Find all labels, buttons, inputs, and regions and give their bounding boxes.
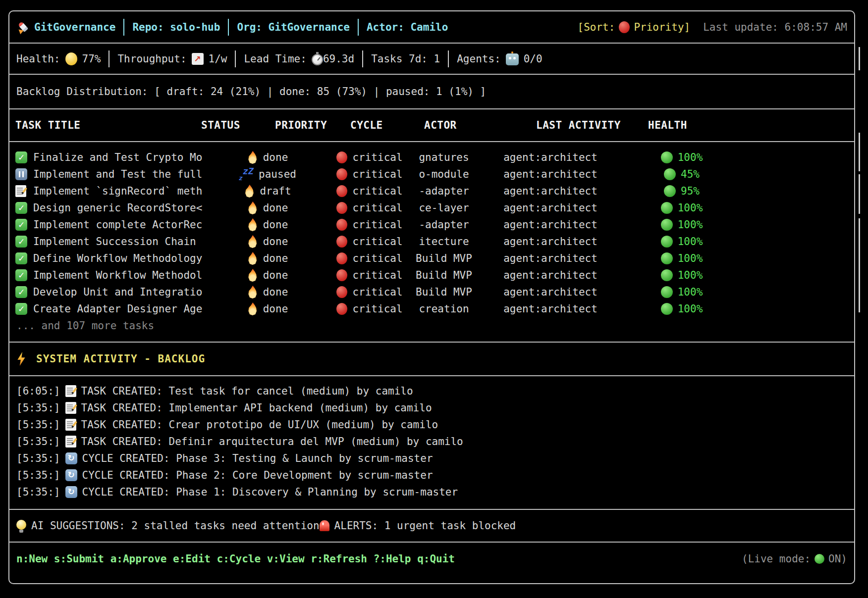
task-status: paused (259, 168, 296, 180)
lightning-icon (16, 352, 26, 366)
table-row[interactable]: Define Workflow Methodology done critica… (15, 250, 847, 267)
table-header: TASK TITLE STATUS PRIORITY CYCLE ACTOR L… (9, 109, 854, 142)
green-circle-icon (661, 269, 673, 281)
task-priority: critical (352, 202, 402, 214)
task-health: 100% (678, 202, 703, 214)
table-row[interactable]: Implement Succession Chain done critical… (15, 233, 847, 250)
task-priority: critical (352, 168, 402, 180)
scrollbar-segment[interactable] (859, 218, 860, 312)
table-row[interactable]: Design generic RecordStore< done critica… (15, 199, 847, 216)
task-status: done (263, 303, 288, 315)
task-title: Define Workflow Methodology (33, 252, 208, 264)
memo-icon (65, 436, 76, 448)
log-time: [5:35:] (16, 486, 60, 498)
col-priority[interactable]: PRIORITY (275, 109, 327, 141)
task-status: done (263, 269, 288, 281)
task-actor: agent:architect (476, 219, 625, 231)
green-circle-icon (661, 219, 673, 231)
fire-icon (247, 235, 258, 248)
task-health: 100% (678, 219, 703, 231)
scrollbar-segment[interactable] (859, 47, 860, 70)
table-row[interactable]: Implement complete ActorRec done critica… (15, 216, 847, 233)
last-update: Last update: 6:08:57 AM (703, 21, 847, 33)
task-cycle: ce-layer (412, 202, 476, 214)
task-actor: agent:architect (476, 269, 625, 281)
log-entry: [5:35:] CYCLE CREATED: Phase 3: Testing … (16, 450, 847, 467)
header-bar: GitGovernance Repo: solo-hub Org: GitGov… (9, 11, 854, 44)
memo-icon (15, 185, 26, 197)
log-time: [5:35:] (16, 402, 60, 414)
task-health: 100% (678, 269, 703, 281)
agents-value: 0/0 (524, 53, 542, 65)
task-cycle: itecture (412, 236, 476, 248)
divider (358, 19, 359, 36)
task-health: 100% (678, 151, 703, 163)
task-actor: agent:architect (476, 185, 625, 197)
alert-siren-icon (320, 520, 329, 531)
ai-suggestions-text: AI SUGGESTIONS: 2 stalled tasks need att… (31, 520, 320, 532)
task-status: draft (260, 185, 291, 197)
keyboard-shortcuts-bar[interactable]: n:New s:Submit a:Approve e:Edit c:Cycle … (9, 543, 854, 575)
table-row[interactable]: Implement `signRecord` meth draft critic… (15, 183, 847, 199)
log-entry: [5:35:] TASK CREATED: Implementar API ba… (16, 399, 847, 416)
task-cycle: Build MVP (412, 252, 476, 264)
task-priority: critical (352, 236, 402, 248)
keybar-shortcuts[interactable]: n:New s:Submit a:Approve e:Edit c:Cycle … (16, 553, 455, 565)
activity-title: SYSTEM ACTIVITY - BACKLOG (36, 353, 205, 365)
col-actor[interactable]: ACTOR (424, 109, 457, 141)
table-row[interactable]: Develop Unit and Integratio done critica… (15, 284, 847, 300)
task-cycle: -adapter (412, 185, 476, 197)
log-text: CYCLE CREATED: Phase 1: Discovery & Plan… (82, 486, 458, 498)
trend-chart-icon (192, 53, 204, 65)
task-status: done (263, 236, 288, 248)
divider (362, 50, 363, 67)
pause-icon (15, 168, 27, 180)
log-time: [5:35:] (16, 436, 60, 448)
app-title: GitGovernance (34, 21, 115, 33)
green-circle-icon (661, 286, 673, 298)
log-time: [5:35:] (16, 452, 60, 464)
task-health: 100% (678, 252, 703, 264)
fire-icon (247, 286, 258, 299)
log-entry: [5:35:] TASK CREATED: Definir arquitectu… (16, 433, 847, 450)
red-circle-icon (336, 252, 347, 264)
col-status[interactable]: STATUS (201, 109, 240, 141)
task-actor: agent:architect (476, 168, 625, 180)
task-cycle: gnatures (412, 151, 476, 163)
col-health[interactable]: HEALTH (648, 109, 687, 141)
task-priority: critical (352, 286, 402, 298)
memo-icon (65, 385, 76, 397)
task-status: done (263, 219, 288, 231)
check-icon (15, 269, 27, 281)
col-last-activity[interactable]: LAST ACTIVITY (536, 109, 621, 141)
scrollbar-segment[interactable] (859, 133, 860, 171)
task-title: Implement Workflow Methodol (33, 269, 208, 281)
red-circle-icon (336, 185, 347, 197)
task-cycle: o-module (412, 168, 476, 180)
table-row[interactable]: Create Adapter Designer Age done critica… (15, 300, 847, 317)
task-cycle: creation (412, 303, 476, 315)
green-circle-icon (814, 554, 824, 564)
red-circle-icon (619, 21, 630, 33)
task-cycle: Build MVP (412, 286, 476, 298)
table-row[interactable]: Implement and Test the full paused criti… (15, 166, 847, 183)
fire-icon (247, 151, 258, 164)
scrollbar-segment[interactable] (859, 174, 860, 214)
alerts-text: ALERTS: 1 urgent task blocked (334, 520, 516, 532)
sort-value[interactable]: Priority] (634, 21, 690, 33)
col-task-title[interactable]: TASK TITLE (15, 109, 80, 141)
lead-time-label: Lead Time: (244, 53, 306, 65)
green-circle-icon (661, 202, 673, 214)
fire-icon (247, 269, 258, 282)
robot-icon (506, 53, 519, 65)
table-row[interactable]: Finalize and Test Crypto Mo done critica… (15, 149, 847, 166)
task-health: 95% (681, 185, 700, 197)
cycle-icon (65, 486, 77, 498)
sort-control[interactable]: [Sort: (578, 21, 615, 33)
log-text: CYCLE CREATED: Phase 3: Testing & Launch… (82, 452, 433, 464)
terminal-window: GitGovernance Repo: solo-hub Org: GitGov… (8, 10, 855, 584)
repo-label: Repo: solo-hub (132, 21, 220, 33)
table-row[interactable]: Implement Workflow Methodol done critica… (15, 267, 847, 284)
col-cycle[interactable]: CYCLE (350, 109, 383, 141)
green-circle-icon (664, 168, 676, 180)
